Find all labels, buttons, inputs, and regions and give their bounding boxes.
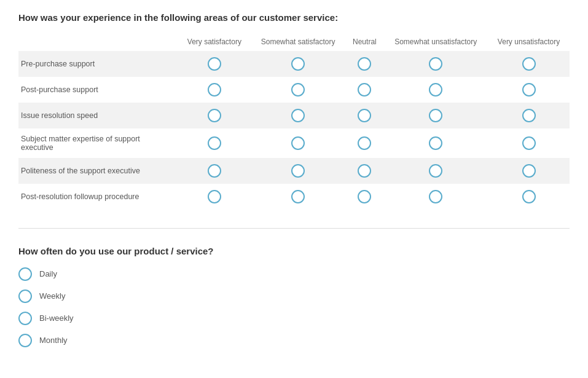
radio-button[interactable] (522, 83, 536, 96)
matrix-cell-r0-c2[interactable] (251, 51, 346, 77)
radio-list-item[interactable]: Monthly (18, 334, 570, 347)
col-header-somewhat-unsatisfactory: Somewhat unsatisfactory (383, 34, 488, 51)
matrix-cell-r3-c5[interactable] (488, 128, 570, 158)
radio-button[interactable] (522, 109, 536, 122)
matrix-cell-r1-c5[interactable] (488, 77, 570, 103)
col-header-very-satisfactory: Very satisfactory (178, 34, 251, 51)
radio-button[interactable] (358, 164, 371, 178)
radio-button[interactable] (18, 334, 32, 347)
radio-label: Bi-weekly (39, 313, 74, 323)
matrix-row: Issue resolution speed (18, 103, 570, 128)
radio-label: Weekly (39, 291, 65, 301)
matrix-cell-r5-c1[interactable] (178, 184, 251, 210)
radio-button[interactable] (208, 190, 221, 203)
matrix-cell-r4-c1[interactable] (178, 158, 251, 184)
matrix-cell-r4-c3[interactable] (345, 158, 383, 184)
radio-button[interactable] (291, 57, 305, 71)
matrix-row-label: Post-purchase support (18, 77, 178, 103)
matrix-cell-r2-c1[interactable] (178, 103, 251, 128)
matrix-row: Post-purchase support (18, 77, 570, 103)
matrix-cell-r1-c2[interactable] (251, 77, 346, 103)
radio-button[interactable] (291, 136, 305, 150)
matrix-cell-r5-c3[interactable] (345, 184, 383, 210)
matrix-cell-r3-c4[interactable] (383, 128, 488, 158)
matrix-cell-r1-c3[interactable] (345, 77, 383, 103)
matrix-cell-r5-c2[interactable] (251, 184, 346, 210)
matrix-row-label: Post-resolution followup procedure (18, 184, 178, 210)
radio-button[interactable] (291, 83, 305, 96)
col-header-somewhat-satisfactory: Somewhat satisfactory (251, 34, 346, 51)
matrix-cell-r4-c5[interactable] (488, 158, 570, 184)
matrix-row-label: Politeness of the support executive (18, 158, 178, 184)
radio-button[interactable] (522, 136, 536, 150)
radio-button[interactable] (291, 164, 305, 178)
radio-button[interactable] (522, 190, 536, 203)
matrix-cell-r1-c4[interactable] (383, 77, 488, 103)
radio-button[interactable] (291, 109, 305, 122)
matrix-cell-r2-c4[interactable] (383, 103, 488, 128)
radio-label: Daily (39, 269, 57, 278)
radio-button[interactable] (429, 164, 442, 178)
matrix-cell-r5-c5[interactable] (488, 184, 570, 210)
radio-button[interactable] (208, 57, 221, 71)
matrix-row-label: Issue resolution speed (18, 103, 178, 128)
radio-button[interactable] (429, 190, 442, 203)
matrix-cell-r1-c1[interactable] (178, 77, 251, 103)
radio-list-item[interactable]: Daily (18, 267, 570, 281)
radio-button[interactable] (208, 109, 221, 122)
matrix-cell-r2-c5[interactable] (488, 103, 570, 128)
radio-list-item[interactable]: Bi-weekly (18, 312, 570, 325)
radio-button[interactable] (358, 57, 371, 71)
radio-button[interactable] (291, 190, 305, 203)
radio-button[interactable] (429, 109, 442, 122)
matrix-cell-r5-c4[interactable] (383, 184, 488, 210)
radio-button[interactable] (358, 109, 371, 122)
radio-button[interactable] (208, 164, 221, 178)
radio-label: Monthly (39, 336, 68, 345)
radio-button[interactable] (429, 83, 442, 96)
matrix-row: Subject matter expertise of support exec… (18, 128, 570, 158)
matrix-cell-r2-c2[interactable] (251, 103, 346, 128)
radio-button[interactable] (18, 267, 32, 281)
matrix-cell-r4-c2[interactable] (251, 158, 346, 184)
col-header-neutral: Neutral (345, 34, 383, 51)
matrix-cell-r2-c3[interactable] (345, 103, 383, 128)
col-header-row-label (18, 34, 178, 51)
matrix-cell-r0-c3[interactable] (345, 51, 383, 77)
radio-button[interactable] (358, 136, 371, 150)
section1-title: How was your experience in the following… (18, 12, 570, 23)
matrix-row-label: Subject matter expertise of support exec… (18, 128, 178, 158)
frequency-radio-list: DailyWeeklyBi-weeklyMonthly (18, 267, 570, 347)
matrix-cell-r0-c4[interactable] (383, 51, 488, 77)
radio-button[interactable] (208, 83, 221, 96)
radio-button[interactable] (358, 83, 371, 96)
section-divider (18, 228, 570, 229)
matrix-cell-r0-c5[interactable] (488, 51, 570, 77)
matrix-cell-r3-c1[interactable] (178, 128, 251, 158)
radio-button[interactable] (208, 136, 221, 150)
col-header-very-unsatisfactory: Very unsatisfactory (488, 34, 570, 51)
radio-list-item[interactable]: Weekly (18, 289, 570, 303)
matrix-cell-r3-c2[interactable] (251, 128, 346, 158)
radio-button[interactable] (18, 312, 32, 325)
matrix-cell-r0-c1[interactable] (178, 51, 251, 77)
matrix-cell-r3-c3[interactable] (345, 128, 383, 158)
matrix-row-label: Pre-purchase support (18, 51, 178, 77)
radio-button[interactable] (522, 57, 536, 71)
section2-title: How often do you use our product / servi… (18, 246, 570, 256)
radio-button[interactable] (18, 289, 32, 303)
radio-button[interactable] (429, 136, 442, 150)
matrix-cell-r4-c4[interactable] (383, 158, 488, 184)
matrix-row: Pre-purchase support (18, 51, 570, 77)
matrix-row: Politeness of the support executive (18, 158, 570, 184)
radio-button[interactable] (358, 190, 371, 203)
matrix-row: Post-resolution followup procedure (18, 184, 570, 210)
matrix-table: Very satisfactory Somewhat satisfactory … (18, 34, 570, 210)
radio-button[interactable] (429, 57, 442, 71)
radio-button[interactable] (522, 164, 536, 178)
